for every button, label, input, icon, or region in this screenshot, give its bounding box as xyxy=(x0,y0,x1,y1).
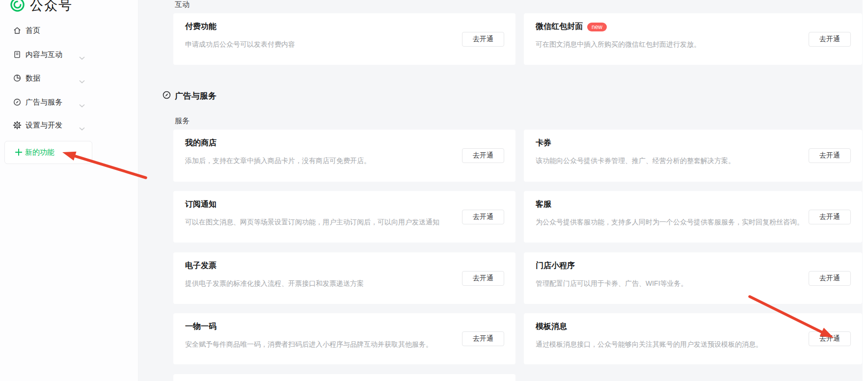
app-title: 公众号 xyxy=(30,0,73,14)
card-description: 可在图文消息中插入所购买的微信红包封面进行发放。 xyxy=(536,40,701,49)
chevron-down-icon xyxy=(79,77,85,85)
card-title: 一物一码 xyxy=(185,322,217,332)
activate-button[interactable]: 去开通 xyxy=(462,210,504,224)
sidebar-item-content[interactable]: 内容与互动 xyxy=(0,48,138,61)
card-title: 微信红包封面 new xyxy=(536,22,607,32)
sidebar-item-label: 广告与服务 xyxy=(26,98,62,107)
activate-button[interactable]: 去开通 xyxy=(462,331,504,346)
sidebar-item-ads-services[interactable]: 广告与服务 xyxy=(0,95,138,109)
card-title: 付费功能 xyxy=(185,22,217,32)
card-description: 通过模板消息接口，公众号能够向关注其账号的用户发送预设模板的消息。 xyxy=(536,340,762,349)
activate-button[interactable]: 去开通 xyxy=(462,271,504,286)
sidebar-item-data[interactable]: 数据 xyxy=(0,71,138,85)
card-description: 为公众号提供客服功能，支持多人同时为一个公众号提供客服服务，实时回复粉丝咨询。 xyxy=(536,218,804,227)
sidebar-item-new-features[interactable]: 新的功能 xyxy=(4,141,92,164)
chevron-down-icon xyxy=(79,124,85,133)
activate-button[interactable]: 去开通 xyxy=(809,271,851,286)
card-description: 安全赋予每件商品唯一码，消费者扫码后进入小程序与品牌互动并获取其他服务。 xyxy=(185,340,433,349)
feature-card-one-item-one-code: 一物一码 安全赋予每件商品唯一码，消费者扫码后进入小程序与品牌互动并获取其他服务… xyxy=(173,313,515,364)
group-label-interaction: 互动 xyxy=(175,0,190,9)
sidebar-item-home[interactable]: 首页 xyxy=(0,24,138,37)
card-description: 提供电子发票的标准化接入流程、开票接口和发票递送方案 xyxy=(185,279,364,288)
chevron-down-icon xyxy=(79,101,85,109)
feature-card-my-shop: 我的商店 添加后，支持在文章中插入商品卡片，没有商店可免费开店。 去开通 xyxy=(173,130,515,182)
sidebar-item-label: 数据 xyxy=(26,74,40,83)
new-badge: new xyxy=(587,23,607,31)
section-header-ads-services: 广告与服务 xyxy=(162,90,217,102)
scrollbar-track xyxy=(863,0,868,381)
activate-button[interactable]: 去开通 xyxy=(809,331,851,346)
card-title: 门店小程序 xyxy=(536,261,575,271)
chevron-down-icon xyxy=(79,53,85,62)
card-title: 客服 xyxy=(536,199,551,210)
gear-icon xyxy=(13,121,22,130)
card-description: 可以在图文消息、网页等场景设置订阅功能，用户主动订阅后，可以向用户发送通知 xyxy=(185,218,439,227)
sidebar-item-settings-dev[interactable]: 设置与开发 xyxy=(0,118,138,132)
feature-card-red-packet-cover: 微信红包封面 new 可在图文消息中插入所购买的微信红包封面进行发放。 去开通 xyxy=(524,13,862,65)
wechat-mp-admin-screen: 公众号 首页 内容与互动 数据 xyxy=(0,0,868,381)
activate-button[interactable]: 去开通 xyxy=(809,148,851,163)
feature-card-partial xyxy=(173,374,515,381)
sidebar: 公众号 首页 内容与互动 数据 xyxy=(0,0,138,381)
card-description: 该功能向公众号提供卡券管理、推广、经营分析的整套解决方案。 xyxy=(536,157,735,165)
pie-chart-icon xyxy=(13,74,22,82)
sidebar-item-label: 新的功能 xyxy=(25,148,54,157)
activate-button[interactable]: 去开通 xyxy=(809,210,851,224)
card-title: 订阅通知 xyxy=(185,199,217,210)
activate-button[interactable]: 去开通 xyxy=(462,32,504,47)
feature-card-store-mini-program: 门店小程序 管理配置门店可以用于卡券、广告、WIFI等业务。 去开通 xyxy=(524,252,862,304)
card-description: 申请成功后公众号可以发表付费内容 xyxy=(185,40,295,49)
card-description: 添加后，支持在文章中插入商品卡片，没有商店可免费开店。 xyxy=(185,157,371,165)
section-title: 广告与服务 xyxy=(175,90,217,102)
sidebar-item-label: 内容与互动 xyxy=(26,50,62,59)
sidebar-item-label: 设置与开发 xyxy=(26,121,62,130)
feature-card-template-message: 模板消息 通过模板消息接口，公众号能够向关注其账号的用户发送预设模板的消息。 去… xyxy=(524,313,862,364)
card-title: 我的商店 xyxy=(185,138,217,148)
activate-button[interactable]: 去开通 xyxy=(809,32,851,47)
group-label-services: 服务 xyxy=(175,116,190,126)
activate-button[interactable]: 去开通 xyxy=(462,148,504,163)
home-icon xyxy=(13,26,22,35)
card-title: 电子发票 xyxy=(185,261,217,271)
plus-icon xyxy=(14,148,23,157)
sidebar-item-label: 首页 xyxy=(26,26,40,35)
feature-card-coupons: 卡券 该功能向公众号提供卡券管理、推广、经营分析的整套解决方案。 去开通 xyxy=(524,130,862,182)
wechat-mp-logo-icon xyxy=(10,0,25,14)
feature-card-customer-service: 客服 为公众号提供客服功能，支持多人同时为一个公众号提供客服服务，实时回复粉丝咨… xyxy=(524,191,862,243)
document-icon xyxy=(13,50,22,59)
compass-icon xyxy=(13,98,22,107)
compass-icon xyxy=(162,90,171,102)
app-logo: 公众号 xyxy=(10,0,73,14)
card-title: 卡券 xyxy=(536,138,551,148)
feature-card-subscribe-notice: 订阅通知 可以在图文消息、网页等场景设置订阅功能，用户主动订阅后，可以向用户发送… xyxy=(173,191,515,243)
feature-card-paid-features: 付费功能 申请成功后公众号可以发表付费内容 去开通 xyxy=(173,13,515,65)
card-title-text: 微信红包封面 xyxy=(536,22,583,32)
card-description: 管理配置门店可以用于卡券、广告、WIFI等业务。 xyxy=(536,279,688,288)
feature-card-e-invoice: 电子发票 提供电子发票的标准化接入流程、开票接口和发票递送方案 去开通 xyxy=(173,252,515,304)
card-title: 模板消息 xyxy=(536,322,567,332)
